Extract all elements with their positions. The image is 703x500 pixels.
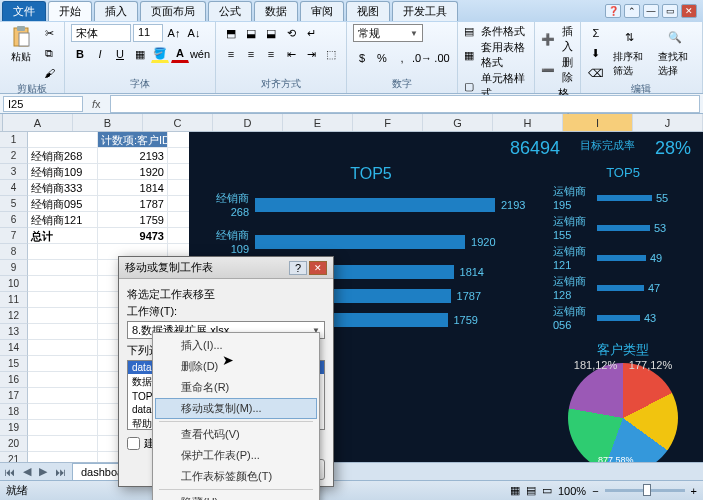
- minimize-ribbon-icon[interactable]: ⌃: [624, 4, 640, 18]
- wrap-text-icon[interactable]: ↵: [302, 24, 320, 42]
- cell[interactable]: 计数项:客户ID: [98, 132, 168, 148]
- cell[interactable]: [28, 404, 98, 420]
- decrease-font-icon[interactable]: A↓: [185, 24, 203, 42]
- col-header-C[interactable]: C: [143, 114, 213, 131]
- col-header-G[interactable]: G: [423, 114, 493, 131]
- col-header-B[interactable]: B: [73, 114, 143, 131]
- tab-view[interactable]: 视图: [346, 1, 390, 21]
- cell[interactable]: [28, 340, 98, 356]
- tab-dev[interactable]: 开发工具: [392, 1, 458, 21]
- indent-dec-icon[interactable]: ⇤: [282, 45, 300, 63]
- row-header-20[interactable]: 20: [0, 436, 28, 452]
- tab-home[interactable]: 开始: [48, 1, 92, 21]
- copy-checkbox[interactable]: [127, 437, 140, 450]
- cell[interactable]: [28, 260, 98, 276]
- copy-icon[interactable]: ⧉: [40, 44, 58, 62]
- cell[interactable]: [28, 132, 98, 148]
- cell[interactable]: 2193: [98, 148, 168, 164]
- zoom-slider[interactable]: [605, 489, 685, 492]
- row-header-16[interactable]: 16: [0, 372, 28, 388]
- tab-data[interactable]: 数据: [254, 1, 298, 21]
- format-painter-icon[interactable]: 🖌: [40, 64, 58, 82]
- fx-icon[interactable]: fx: [86, 98, 107, 110]
- tab-review[interactable]: 审阅: [300, 1, 344, 21]
- row-header-14[interactable]: 14: [0, 340, 28, 356]
- align-middle-icon[interactable]: ⬓: [242, 24, 260, 42]
- autosum-icon[interactable]: Σ: [587, 24, 605, 42]
- insert-cells-button[interactable]: ➕ 插入: [541, 24, 574, 54]
- view-normal-icon[interactable]: ▦: [510, 484, 520, 497]
- fill-icon[interactable]: ⬇: [587, 44, 605, 62]
- row-header-19[interactable]: 19: [0, 420, 28, 436]
- name-box[interactable]: I25: [3, 96, 83, 112]
- row-header-4[interactable]: 4: [0, 180, 28, 196]
- row-header-1[interactable]: 1: [0, 132, 28, 148]
- cell[interactable]: 1814: [98, 180, 168, 196]
- tab-layout[interactable]: 页面布局: [140, 1, 206, 21]
- context-menu-item[interactable]: 查看代码(V): [155, 424, 317, 445]
- italic-icon[interactable]: I: [91, 45, 109, 63]
- tab-insert[interactable]: 插入: [94, 1, 138, 21]
- context-menu-item[interactable]: 移动或复制(M)...: [155, 398, 317, 419]
- zoom-out-icon[interactable]: −: [592, 485, 598, 497]
- row-header-5[interactable]: 5: [0, 196, 28, 212]
- cell[interactable]: [28, 420, 98, 436]
- align-center-icon[interactable]: ≡: [242, 45, 260, 63]
- minimize-icon[interactable]: —: [643, 4, 659, 18]
- delete-cells-button[interactable]: ➖ 删除: [541, 55, 574, 85]
- cell[interactable]: 9473: [98, 228, 168, 244]
- cell[interactable]: [28, 244, 98, 260]
- tab-nav-next-icon[interactable]: ▶: [35, 465, 51, 478]
- zoom-slider-thumb[interactable]: [643, 484, 651, 496]
- row-header-12[interactable]: 12: [0, 308, 28, 324]
- row-header-13[interactable]: 13: [0, 324, 28, 340]
- font-size-input[interactable]: 11: [133, 24, 163, 42]
- row-header-7[interactable]: 7: [0, 228, 28, 244]
- bold-icon[interactable]: B: [71, 45, 89, 63]
- currency-icon[interactable]: $: [353, 49, 371, 67]
- row-header-15[interactable]: 15: [0, 356, 28, 372]
- align-right-icon[interactable]: ≡: [262, 45, 280, 63]
- number-format-select[interactable]: 常规▼: [353, 24, 423, 42]
- find-select-button[interactable]: 🔍 查找和选择: [654, 24, 696, 80]
- increase-font-icon[interactable]: A↑: [165, 24, 183, 42]
- cell[interactable]: [28, 388, 98, 404]
- col-header-D[interactable]: D: [213, 114, 283, 131]
- col-header-I[interactable]: I: [563, 114, 633, 131]
- align-bottom-icon[interactable]: ⬓: [262, 24, 280, 42]
- col-header-A[interactable]: A: [3, 114, 73, 131]
- context-menu-item[interactable]: 插入(I)...: [155, 335, 317, 356]
- decrease-decimal-icon[interactable]: .00: [433, 49, 451, 67]
- cell[interactable]: 经销商333: [28, 180, 98, 196]
- underline-icon[interactable]: U: [111, 45, 129, 63]
- fill-color-icon[interactable]: 🪣: [151, 45, 169, 63]
- tab-file[interactable]: 文件: [2, 1, 46, 21]
- view-layout-icon[interactable]: ▤: [526, 484, 536, 497]
- cell[interactable]: 1920: [98, 164, 168, 180]
- paste-button[interactable]: 粘贴: [6, 24, 36, 66]
- cell[interactable]: 1759: [98, 212, 168, 228]
- clear-icon[interactable]: ⌫: [587, 64, 605, 82]
- row-header-17[interactable]: 17: [0, 388, 28, 404]
- phonetic-icon[interactable]: wén: [191, 45, 209, 63]
- cell[interactable]: [28, 436, 98, 452]
- conditional-format-button[interactable]: ▤ 条件格式: [464, 24, 525, 39]
- align-left-icon[interactable]: ≡: [222, 45, 240, 63]
- col-header-F[interactable]: F: [353, 114, 423, 131]
- percent-icon[interactable]: %: [373, 49, 391, 67]
- col-header-H[interactable]: H: [493, 114, 563, 131]
- zoom-in-icon[interactable]: +: [691, 485, 697, 497]
- cell[interactable]: [28, 356, 98, 372]
- cell[interactable]: [28, 292, 98, 308]
- restore-icon[interactable]: ▭: [662, 4, 678, 18]
- format-table-button[interactable]: ▦ 套用表格格式: [464, 40, 528, 70]
- worksheet[interactable]: ABCDEFGHIJ 12345678910111213141516171819…: [0, 114, 703, 484]
- row-header-8[interactable]: 8: [0, 244, 28, 260]
- col-header-J[interactable]: J: [633, 114, 703, 131]
- context-menu-item[interactable]: 隐藏(H): [155, 492, 317, 500]
- row-header-3[interactable]: 3: [0, 164, 28, 180]
- align-top-icon[interactable]: ⬒: [222, 24, 240, 42]
- cell[interactable]: [28, 324, 98, 340]
- row-header-9[interactable]: 9: [0, 260, 28, 276]
- row-header-18[interactable]: 18: [0, 404, 28, 420]
